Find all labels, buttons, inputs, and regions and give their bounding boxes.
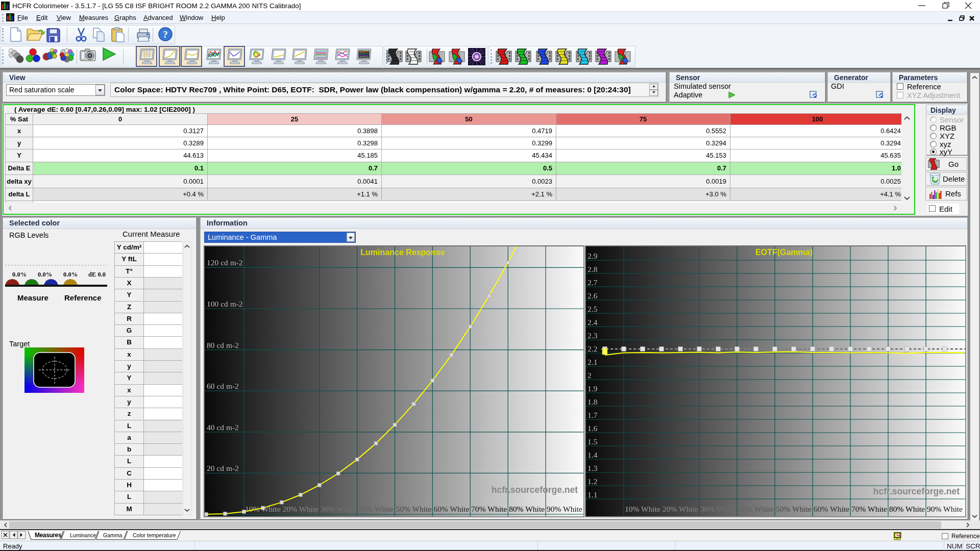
svg-text:hcfr.sourceforge.net: hcfr.sourceforge.net [492, 485, 578, 495]
svg-text:30% White: 30% White [700, 505, 736, 513]
svg-text:Measures: Measures [35, 532, 62, 539]
svg-text:2.7: 2.7 [587, 278, 598, 287]
svg-text:80% White: 80% White [509, 505, 545, 513]
svg-text:Color temperature: Color temperature [133, 532, 176, 538]
svg-text:70% White: 70% White [851, 505, 887, 513]
svg-text:2.1: 2.1 [587, 358, 597, 366]
svg-text:50% White: 50% White [396, 505, 432, 513]
svg-text:10% White: 10% White [625, 505, 660, 513]
svg-text:20% White: 20% White [283, 505, 318, 513]
svg-text:100 cd m-2: 100 cd m-2 [207, 299, 243, 308]
svg-text:60 cd m-2: 60 cd m-2 [207, 382, 239, 390]
svg-text:40% White: 40% White [358, 505, 394, 513]
svg-text:60% White: 60% White [433, 505, 469, 513]
svg-text:Gamma: Gamma [103, 532, 122, 538]
svg-text:2.9: 2.9 [587, 252, 598, 260]
svg-text:2: 2 [587, 371, 592, 380]
svg-text:EOTF(Gamma): EOTF(Gamma) [755, 248, 813, 257]
svg-text:0.0%: 0.0% [38, 271, 52, 278]
svg-text:Luminance: Luminance [70, 532, 96, 538]
svg-text:60% White: 60% White [814, 505, 849, 513]
svg-text:Luminance Response: Luminance Response [360, 248, 445, 257]
svg-text:2.8: 2.8 [587, 265, 598, 273]
svg-text:2.6: 2.6 [587, 291, 598, 300]
svg-text:2.4: 2.4 [587, 318, 598, 327]
svg-text:1.3: 1.3 [587, 464, 598, 472]
svg-text:1.2: 1.2 [587, 477, 597, 486]
svg-text:80 cd m-2: 80 cd m-2 [207, 341, 239, 349]
svg-text:1.1: 1.1 [587, 490, 597, 499]
svg-text:50% White: 50% White [776, 505, 812, 513]
svg-text:20% White: 20% White [663, 505, 698, 513]
svg-text:70% White: 70% White [471, 505, 507, 513]
svg-text:1.8: 1.8 [587, 397, 598, 406]
svg-text:1.4: 1.4 [587, 450, 598, 459]
svg-text:40% White: 40% White [738, 505, 774, 513]
svg-text:0.0%: 0.0% [63, 271, 78, 278]
svg-text:0.0%: 0.0% [12, 271, 27, 278]
svg-text:30% White: 30% White [321, 505, 356, 513]
svg-text:?: ? [163, 29, 168, 40]
svg-text:80% White: 80% White [889, 505, 925, 513]
svg-text:2.5: 2.5 [587, 305, 598, 313]
svg-text:2.3: 2.3 [587, 331, 598, 340]
svg-text:40 cd m-2: 40 cd m-2 [207, 423, 239, 432]
svg-text:2.2: 2.2 [587, 344, 597, 353]
svg-text:1.5: 1.5 [587, 437, 598, 446]
svg-text:120 cd m-2: 120 cd m-2 [207, 258, 243, 267]
svg-text:20 cd m-2: 20 cd m-2 [207, 464, 239, 472]
svg-text:hcfr.sourceforge.net: hcfr.sourceforge.net [873, 486, 960, 496]
svg-text:90% White: 90% White [547, 505, 582, 513]
svg-text:1.7: 1.7 [587, 411, 598, 419]
svg-text:90% White: 90% White [927, 505, 963, 513]
svg-text:1.6: 1.6 [587, 424, 598, 433]
svg-text:dE 0.0: dE 0.0 [88, 271, 106, 278]
svg-text:1.9: 1.9 [587, 384, 598, 393]
